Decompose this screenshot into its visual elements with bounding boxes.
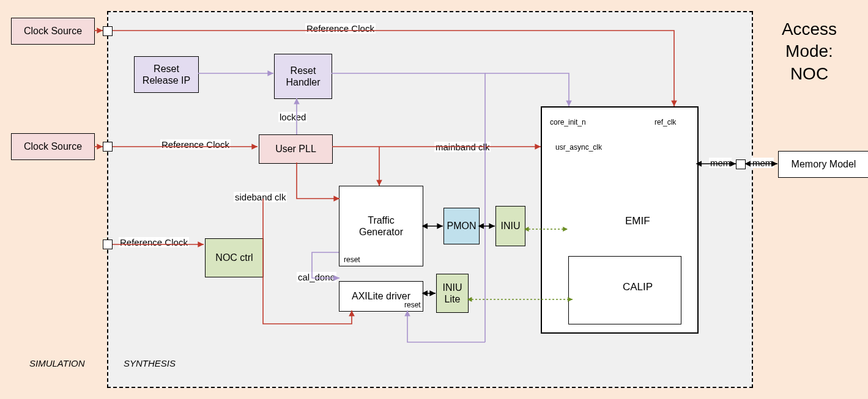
memory-model: Memory Model xyxy=(778,151,868,178)
iniu-lite: INIU Lite xyxy=(436,274,469,313)
reset-release-ip: Reset Release IP xyxy=(134,56,199,93)
mainband-clk-label: mainband clk xyxy=(434,142,491,152)
usr-async-clk-label: usr_async_clk xyxy=(554,143,603,152)
ref-clock-1-label: Reference Clock xyxy=(305,23,376,34)
user-pll: User PLL xyxy=(259,134,333,164)
calip-label: CALIP xyxy=(621,281,654,293)
access-mode-title: Access Mode: NOC xyxy=(757,18,861,85)
core-init-n-label: core_init_n xyxy=(549,118,587,126)
port-refclk3 xyxy=(103,240,113,249)
locked-label: locked xyxy=(278,112,307,122)
clock-source-1: Clock Source xyxy=(11,18,95,45)
clock-source-2: Clock Source xyxy=(11,133,95,160)
mem1-label: mem xyxy=(709,158,732,168)
simulation-region-label: SIMULATION xyxy=(28,358,86,368)
noc-ctrl: NOC ctrl xyxy=(205,238,264,277)
pmon: PMON xyxy=(443,208,480,244)
mem2-label: mem xyxy=(751,158,774,168)
synthesis-region-label: SYNTHESIS xyxy=(122,358,177,368)
title-line-2: Mode: xyxy=(757,40,861,62)
ref-clk-label: ref_clk xyxy=(653,118,677,126)
port-clk2 xyxy=(103,142,113,152)
iniu: INIU xyxy=(495,206,525,246)
emif-label: EMIF xyxy=(624,215,651,227)
tg-reset-label: reset xyxy=(343,255,362,264)
ref-clock-3-label: Reference Clock xyxy=(119,237,189,247)
diagram-canvas: Access Mode: NOC Clock Source Clock Sour… xyxy=(0,0,868,399)
axi-reset-label: reset xyxy=(403,301,422,309)
cal-done-label: cal_done xyxy=(297,272,336,282)
title-line-1: Access xyxy=(757,18,861,40)
port-clk1 xyxy=(103,26,113,36)
ref-clock-2-label: Reference Clock xyxy=(160,139,231,150)
sideband-clk-label: sideband clk xyxy=(234,192,287,202)
title-line-3: NOC xyxy=(757,63,861,85)
port-mem xyxy=(736,159,746,169)
reset-handler: Reset Handler xyxy=(274,54,332,99)
traffic-generator: Traffic Generator xyxy=(339,186,423,266)
